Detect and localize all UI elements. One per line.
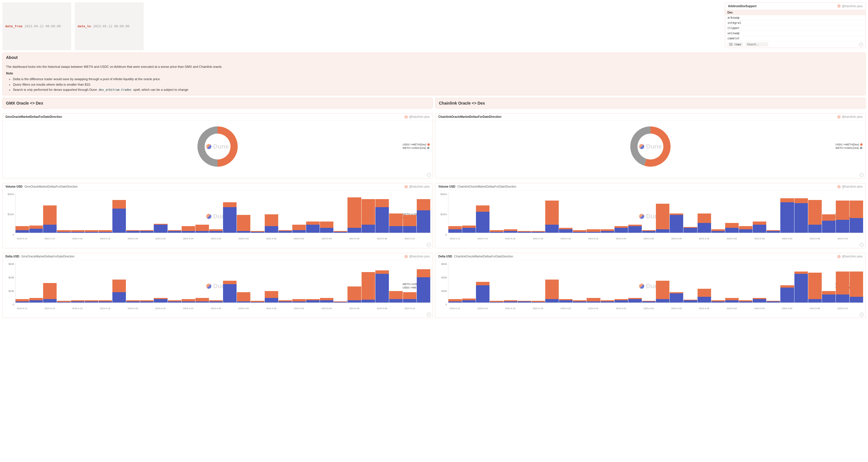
bar-segment[interactable] xyxy=(711,301,725,302)
bar-segment[interactable] xyxy=(265,226,278,232)
bar-segment[interactable] xyxy=(628,299,642,302)
bar-segment[interactable] xyxy=(16,226,29,230)
bar-segment[interactable] xyxy=(29,298,43,300)
bar-segment[interactable] xyxy=(462,226,476,228)
bar-segment[interactable] xyxy=(417,199,430,210)
bar-segment[interactable] xyxy=(251,302,264,302)
bar-segment[interactable] xyxy=(780,285,794,288)
bar-segment[interactable] xyxy=(476,285,490,302)
bar-segment[interactable] xyxy=(237,215,250,231)
bar-segment[interactable] xyxy=(573,301,586,302)
bar-segment[interactable] xyxy=(822,214,836,221)
bar-segment[interactable] xyxy=(587,301,600,302)
bar-segment[interactable] xyxy=(292,299,306,301)
bar-segment[interactable] xyxy=(237,231,250,233)
bar-segment[interactable] xyxy=(656,229,670,232)
bar-segment[interactable] xyxy=(808,225,822,233)
bar-segment[interactable] xyxy=(43,283,57,299)
bar-segment[interactable] xyxy=(182,226,195,231)
bar-segment[interactable] xyxy=(698,289,711,297)
bar-segment[interactable] xyxy=(223,202,237,207)
bar-segment[interactable] xyxy=(99,301,112,302)
bar-segment[interactable] xyxy=(490,232,503,233)
bar-segment[interactable] xyxy=(334,302,347,302)
bar-segment[interactable] xyxy=(43,299,57,302)
bar-segment[interactable] xyxy=(182,231,195,233)
bar-segment[interactable] xyxy=(168,301,181,302)
bar-segment[interactable] xyxy=(126,231,140,233)
bar-segment[interactable] xyxy=(126,301,140,302)
table-row[interactable]: integral xyxy=(725,21,865,26)
bar-segment[interactable] xyxy=(292,230,306,232)
bar-segment[interactable] xyxy=(656,281,670,299)
legend-item[interactable]: WETH->USDC(Ora) xyxy=(836,146,863,150)
bar-segment[interactable] xyxy=(683,228,697,233)
bar-segment[interactable] xyxy=(725,228,739,233)
bar-segment[interactable] xyxy=(795,203,808,233)
bar-segment[interactable] xyxy=(417,210,430,233)
dex-search-input[interactable] xyxy=(745,42,768,46)
bar-segment[interactable] xyxy=(739,301,752,302)
bar-segment[interactable] xyxy=(476,205,490,212)
bar-segment[interactable] xyxy=(140,301,153,302)
bar-segment[interactable] xyxy=(573,232,586,233)
bar-segment[interactable] xyxy=(518,232,531,233)
bar-segment[interactable] xyxy=(375,199,389,207)
legend-item[interactable]: USDC->WETH(Dex) xyxy=(403,143,430,146)
refresh-status-icon[interactable]: ✓ xyxy=(859,42,863,46)
table-row[interactable]: camelot xyxy=(725,36,865,41)
bar-segment[interactable] xyxy=(403,215,416,226)
bar-segment[interactable] xyxy=(559,300,572,302)
bar-segment[interactable] xyxy=(16,230,29,232)
bar-chart[interactable]: $20m$10m0 2023.4-122023.4-142023.4-16202… xyxy=(5,193,430,240)
bar-chart[interactable]: $20m$10m0 2023.4-122023.4-142023.4-16202… xyxy=(438,193,863,240)
bar-segment[interactable] xyxy=(43,205,57,225)
bar-segment[interactable] xyxy=(334,232,347,233)
bar-segment[interactable] xyxy=(822,295,836,302)
bar-segment[interactable] xyxy=(16,299,29,301)
bar-segment[interactable] xyxy=(251,232,264,233)
bar-segment[interactable] xyxy=(140,231,153,233)
donut-chart[interactable] xyxy=(627,124,674,169)
bar-segment[interactable] xyxy=(739,226,752,229)
bar-segment[interactable] xyxy=(531,232,545,233)
bar-segment[interactable] xyxy=(795,271,808,274)
bar-segment[interactable] xyxy=(389,226,403,232)
bar-segment[interactable] xyxy=(670,293,683,302)
author-badge[interactable]: @halo3mic-plus xyxy=(404,185,430,189)
bar-segment[interactable] xyxy=(375,270,389,274)
bar-segment[interactable] xyxy=(822,291,836,295)
bar-segment[interactable] xyxy=(43,225,57,233)
refresh-status-icon[interactable]: ✓ xyxy=(860,243,864,247)
bar-segment[interactable] xyxy=(683,300,697,302)
bar-segment[interactable] xyxy=(320,228,333,233)
bar-segment[interactable] xyxy=(375,274,389,302)
bar-segment[interactable] xyxy=(265,298,278,302)
bar-segment[interactable] xyxy=(780,288,794,302)
author-badge[interactable]: @halo3mic-plus xyxy=(837,255,863,258)
bar-segment[interactable] xyxy=(71,232,85,233)
bar-segment[interactable] xyxy=(531,302,545,302)
bar-segment[interactable] xyxy=(209,231,223,233)
bar-segment[interactable] xyxy=(347,228,361,233)
param-date-to[interactable]: date_to 2023-05-12 00:00:00 xyxy=(75,2,144,50)
bar-segment[interactable] xyxy=(306,300,320,302)
bar-segment[interactable] xyxy=(29,226,43,229)
bar-segment[interactable] xyxy=(822,221,836,233)
bar-segment[interactable] xyxy=(362,225,375,233)
bar-segment[interactable] xyxy=(545,299,559,302)
bar-segment[interactable] xyxy=(711,231,725,233)
bar-segment[interactable] xyxy=(780,202,794,233)
bar-segment[interactable] xyxy=(195,298,209,301)
bar-segment[interactable] xyxy=(362,272,375,299)
bar-segment[interactable] xyxy=(448,226,462,229)
bar-segment[interactable] xyxy=(808,273,822,299)
author-badge[interactable]: @halo3mic-plus xyxy=(404,115,430,119)
bar-segment[interactable] xyxy=(836,295,849,302)
bar-segment[interactable] xyxy=(279,231,292,233)
bar-segment[interactable] xyxy=(113,292,126,302)
bar-segment[interactable] xyxy=(698,297,711,302)
table-row[interactable]: clipper xyxy=(725,26,865,31)
bar-segment[interactable] xyxy=(195,231,209,233)
bar-segment[interactable] xyxy=(849,201,863,218)
